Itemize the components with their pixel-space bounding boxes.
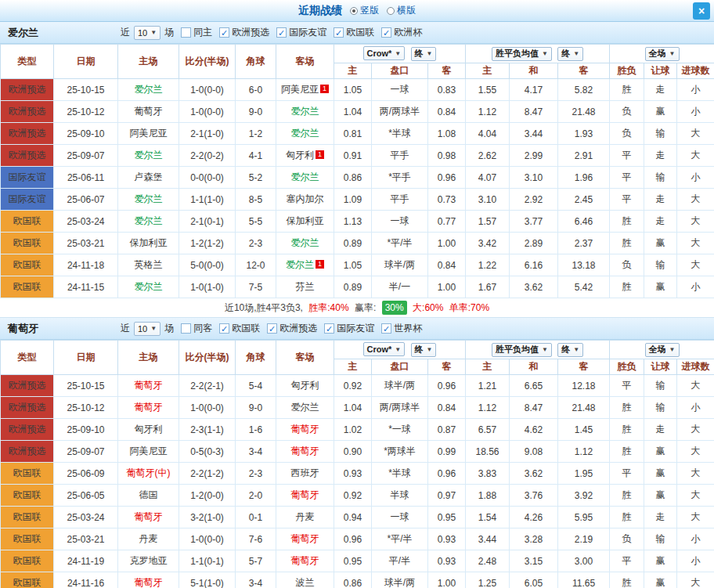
- cell-wdl: 负: [610, 254, 644, 276]
- section-controls: 近 10 ▼ 场 同主✓欧洲预选✓国际友谊✓欧国联✓欧洲杯: [121, 26, 429, 40]
- handicap-header-cell: Crow*▼ 终▼: [334, 45, 466, 63]
- cell-aa: 2.91: [558, 145, 610, 167]
- match-count-select[interactable]: 10 ▼: [134, 322, 160, 336]
- sub-header-away-odds: 客: [428, 359, 466, 375]
- filter-checkbox[interactable]: ✓欧国联: [334, 26, 374, 39]
- sub-header-avg-home: 主: [466, 359, 510, 375]
- col-header-score: 比分(半场): [179, 45, 236, 79]
- filter-checkbox[interactable]: ✓欧洲杯: [381, 26, 422, 39]
- cell-aa: 2.37: [558, 233, 610, 254]
- cell-ah: 1.12: [466, 101, 510, 123]
- cell-score: 2-1(0-1): [179, 211, 236, 233]
- cell-goals: 大: [677, 485, 714, 507]
- checkbox-checked-icon[interactable]: ✓: [267, 323, 277, 334]
- col-header-away: 客场: [276, 341, 334, 375]
- cell-corner: 9-0: [236, 397, 276, 419]
- cell-oa: 0.83: [428, 79, 466, 101]
- checkbox-checked-icon[interactable]: ✓: [219, 323, 229, 334]
- cell-ah: 18.56: [466, 441, 510, 463]
- cell-oa: 0.77: [428, 211, 466, 233]
- match-count-select[interactable]: 10 ▼: [134, 26, 160, 40]
- final-odds-select[interactable]: 终▼: [411, 343, 437, 357]
- cell-date: 25-03-24: [54, 211, 118, 233]
- cell-away: 葡萄牙: [276, 528, 334, 550]
- filter-checkbox[interactable]: ✓欧国联: [219, 322, 260, 335]
- cell-oh: 1.13: [334, 211, 372, 233]
- final-avg-select[interactable]: 终▼: [557, 343, 583, 357]
- matches-label: 场: [164, 322, 174, 335]
- radio-icon[interactable]: [387, 7, 395, 15]
- sub-header-away-odds: 客: [428, 63, 466, 79]
- team-name: 爱尔兰: [135, 150, 163, 161]
- checkbox-checked-icon[interactable]: ✓: [381, 323, 391, 334]
- cell-home: 爱尔兰: [118, 276, 179, 298]
- final-avg-select[interactable]: 终▼: [557, 47, 583, 61]
- cell-hcap: 一球: [372, 211, 428, 233]
- cell-oh: 0.95: [334, 550, 372, 572]
- cell-away: 匈牙利: [276, 375, 334, 397]
- cell-hcap: *一球: [372, 419, 428, 441]
- chevron-down-icon: ▼: [395, 346, 401, 353]
- cell-oa: 1.00: [428, 572, 466, 588]
- checkbox-checked-icon[interactable]: ✓: [276, 27, 287, 38]
- match-row: 欧国联24-11-15爱尔兰1-0(1-0)7-5芬兰0.89半/一1.001.…: [1, 276, 714, 298]
- cell-type: 欧国联: [1, 463, 54, 485]
- avg-select[interactable]: 胜平负均值▼: [492, 47, 552, 61]
- checkbox-unchecked-icon[interactable]: [181, 27, 191, 38]
- team-name: 葡萄牙: [291, 533, 319, 544]
- cell-wdl: 平: [610, 145, 644, 167]
- cell-score: 1-1(0-1): [179, 550, 236, 572]
- checkbox-unchecked-icon[interactable]: [181, 323, 191, 334]
- final-odds-select[interactable]: 终▼: [411, 47, 437, 61]
- layout-radio-horizontal[interactable]: 横版: [387, 4, 416, 17]
- cell-hc: 赢: [644, 485, 677, 507]
- cell-hcap: 半球: [372, 485, 428, 507]
- checkbox-checked-icon[interactable]: ✓: [219, 27, 229, 38]
- filter-checkbox[interactable]: 同客: [181, 322, 212, 335]
- col-header-date: 日期: [54, 45, 118, 79]
- company-select[interactable]: Crow*▼: [363, 46, 406, 60]
- near-label: 近: [121, 26, 130, 39]
- cell-ad: 6.05: [510, 572, 558, 588]
- checkbox-checked-icon[interactable]: ✓: [334, 27, 344, 38]
- cell-goals: 小: [677, 101, 714, 123]
- filter-label: 欧洲预选: [232, 26, 269, 39]
- layout-radio-vertical[interactable]: 竖版: [350, 4, 379, 17]
- cell-oa: 0.99: [428, 441, 466, 463]
- cell-oa: 0.96: [428, 463, 466, 485]
- cell-hcap: 球半/两: [372, 572, 428, 588]
- cell-goals: 小: [677, 550, 714, 572]
- fulltime-select[interactable]: 全场▼: [645, 47, 680, 61]
- match-row: 欧洲预选25-09-10阿美尼亚2-1(1-0)1-2爱尔兰0.81*半球1.0…: [1, 123, 714, 145]
- filter-checkbox[interactable]: ✓国际友谊: [324, 322, 374, 335]
- cell-date: 25-03-21: [54, 528, 118, 550]
- cell-oh: 0.93: [334, 463, 372, 485]
- filter-checkbox[interactable]: ✓欧洲预选: [267, 322, 317, 335]
- filter-label: 同主: [193, 26, 212, 39]
- avg-select[interactable]: 胜平负均值▼: [492, 343, 552, 357]
- filter-checkbox[interactable]: ✓欧洲预选: [219, 26, 269, 39]
- checkbox-checked-icon[interactable]: ✓: [324, 323, 334, 334]
- filter-checkbox[interactable]: 同主: [181, 26, 212, 39]
- cell-oh: 0.89: [334, 276, 372, 298]
- section-header-portugal: 葡萄牙 近 10 ▼ 场 同客✓欧国联✓欧洲预选✓国际友谊✓世界杯: [0, 318, 714, 340]
- cell-aa: 1.45: [558, 419, 610, 441]
- radio-selected-icon[interactable]: [350, 7, 358, 15]
- fulltime-select[interactable]: 全场▼: [645, 343, 680, 357]
- cell-corner: 7-6: [236, 528, 276, 550]
- cell-score: 3-2(1-0): [179, 507, 236, 528]
- select-value: 终: [415, 344, 424, 355]
- team-name: 波兰: [296, 577, 315, 588]
- cell-ah: 1.12: [466, 397, 510, 419]
- close-button[interactable]: ×: [693, 2, 710, 20]
- filter-checkbox[interactable]: ✓国际友谊: [276, 26, 326, 39]
- filter-checkbox[interactable]: ✓世界杯: [381, 322, 422, 335]
- cell-type: 欧国联: [1, 507, 54, 528]
- company-select[interactable]: Crow*▼: [363, 342, 406, 356]
- checkbox-checked-icon[interactable]: ✓: [381, 27, 391, 38]
- cell-wdl: 平: [610, 375, 644, 397]
- cell-score: 1-2(0-0): [179, 485, 236, 507]
- cell-aa: 2.19: [558, 528, 610, 550]
- cell-hc: 赢: [644, 101, 677, 123]
- chevron-down-icon: ▼: [150, 29, 157, 36]
